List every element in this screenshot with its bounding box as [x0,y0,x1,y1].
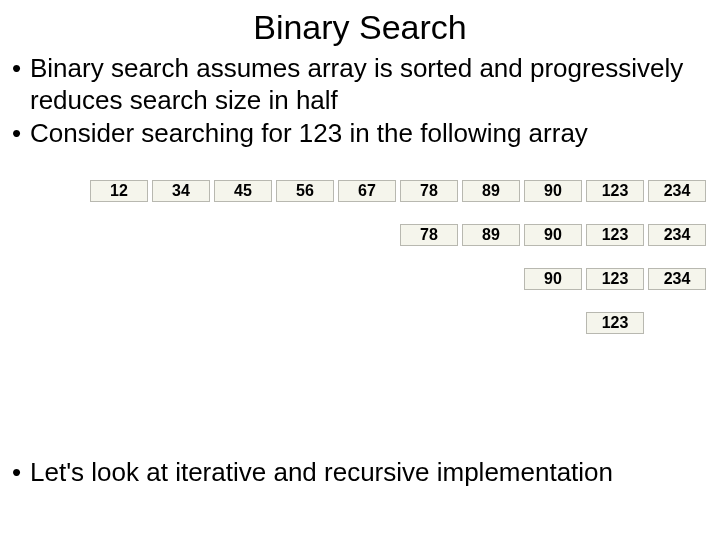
array-gap [214,312,276,336]
array-cell: 89 [462,224,520,246]
array-cell: 34 [152,180,210,202]
array-cell: 234 [648,224,706,246]
array-gap [338,268,400,292]
array-cell: 90 [524,268,582,290]
array-gap [276,268,338,292]
array-row: 788990123234 [90,224,720,248]
array-gap [276,312,338,336]
array-cell: 78 [400,180,458,202]
bullet-list: • Binary search assumes array is sorted … [0,53,720,150]
array-cell: 67 [338,180,396,202]
array-cell: 78 [400,224,458,246]
array-gap [276,224,338,248]
array-cell: 123 [586,312,644,334]
array-cell: 45 [214,180,272,202]
bullet-dot: • [12,118,30,150]
array-gap [338,224,400,248]
array-gap [90,224,152,248]
array-cell: 234 [648,268,706,290]
bullet-item: • Consider searching for 123 in the foll… [12,118,720,150]
slide-title: Binary Search [0,0,720,53]
footer-bullet: • Let's look at iterative and recursive … [12,457,613,488]
array-cell: 56 [276,180,334,202]
array-cell: 12 [90,180,148,202]
bullet-item: • Binary search assumes array is sorted … [12,53,720,116]
array-cell: 89 [462,180,520,202]
array-gap [214,268,276,292]
array-gap [462,268,524,292]
footer-text: Let's look at iterative and recursive im… [30,457,613,488]
bullet-dot: • [12,53,30,116]
array-cell: 123 [586,180,644,202]
array-gap [338,312,400,336]
array-row: 123 [90,312,720,336]
array-cell: 90 [524,224,582,246]
array-gap [152,224,214,248]
bullet-text: Binary search assumes array is sorted an… [30,53,720,116]
bullet-text: Consider searching for 123 in the follow… [30,118,720,150]
array-gap [400,312,462,336]
array-row: 90123234 [90,268,720,292]
array-cell: 123 [586,268,644,290]
array-cell: 234 [648,180,706,202]
array-cell: 90 [524,180,582,202]
array-gap [400,268,462,292]
array-gap [214,224,276,248]
array-row: 1234455667788990123234 [90,180,720,204]
array-gap [90,268,152,292]
array-gap [462,312,524,336]
array-gap [152,312,214,336]
array-visualization: 1234455667788990123234788990123234901232… [0,180,720,336]
array-gap [152,268,214,292]
array-gap [524,312,586,336]
array-gap [90,312,152,336]
bullet-dot: • [12,457,30,488]
array-cell: 123 [586,224,644,246]
